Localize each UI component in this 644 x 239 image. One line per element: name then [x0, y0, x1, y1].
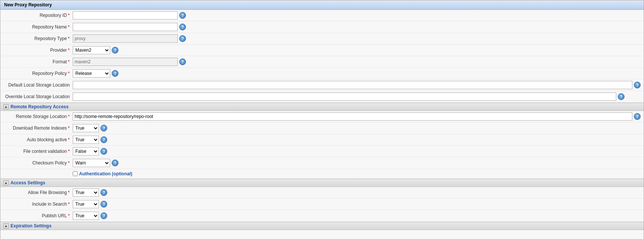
- remote-storage-control: ?: [73, 112, 641, 121]
- remote-section-header: ▲ Remote Repository Access: [0, 103, 644, 111]
- provider-info[interactable]: ?: [112, 47, 118, 54]
- window-title: New Proxy Repository: [0, 0, 644, 10]
- auth-optional-label: Authentication (optional): [79, 171, 132, 176]
- remote-storage-info[interactable]: ?: [634, 113, 641, 120]
- expiration-section-label: Expiration Settings: [10, 223, 51, 229]
- default-storage-info[interactable]: ?: [634, 82, 641, 88]
- auto-blocking-control: True False ?: [73, 136, 641, 144]
- repository-id-info[interactable]: ?: [179, 12, 186, 19]
- main-window: New Proxy Repository Repository ID* ? Re…: [0, 0, 644, 239]
- default-storage-input[interactable]: [73, 81, 632, 89]
- auto-blocking-info[interactable]: ?: [100, 136, 107, 143]
- checksum-policy-info[interactable]: ?: [112, 160, 118, 166]
- file-content-validation-row: File content validation* False True ?: [0, 146, 644, 157]
- remote-storage-input[interactable]: [73, 112, 632, 121]
- repository-name-info[interactable]: ?: [179, 24, 186, 30]
- include-in-search-info[interactable]: ?: [100, 201, 107, 208]
- form-container: Repository ID* ? Repository Name* ? Repo…: [0, 10, 644, 239]
- include-in-search-label: Include in Search*: [3, 202, 73, 207]
- repository-name-input[interactable]: [73, 23, 178, 31]
- file-content-validation-control: False True ?: [73, 147, 641, 155]
- allow-file-browsing-label: Allow File Browsing*: [3, 190, 73, 195]
- repository-id-row: Repository ID* ?: [0, 10, 644, 21]
- include-in-search-select[interactable]: True False: [73, 200, 99, 208]
- checksum-policy-row: Checksum Policy* Warn Ignore Strict ?: [0, 157, 644, 169]
- expiration-section-header: ▲ Expiration Settings: [0, 222, 644, 230]
- download-remote-indexes-control: True False ?: [73, 124, 641, 132]
- default-storage-row: Default Local Storage Location ?: [0, 79, 644, 91]
- remote-storage-label: Remote Storage Location*: [3, 114, 73, 119]
- override-storage-row: Override Local Storage Location ?: [0, 91, 644, 103]
- remote-section-collapse[interactable]: ▲: [3, 104, 9, 109]
- expiration-section-content: [0, 230, 644, 239]
- auto-blocking-label: Auto blocking active*: [3, 137, 73, 142]
- checksum-policy-select[interactable]: Warn Ignore Strict: [73, 159, 110, 167]
- publish-url-info[interactable]: ?: [100, 212, 107, 219]
- format-input: [73, 58, 178, 66]
- allow-file-browsing-select[interactable]: True False: [73, 188, 99, 197]
- repository-id-control: ?: [73, 11, 641, 19]
- repository-policy-row: Repository Policy* Release Snapshot Mixe…: [0, 68, 644, 79]
- download-remote-indexes-info[interactable]: ?: [100, 125, 107, 131]
- override-storage-label: Override Local Storage Location: [3, 94, 73, 99]
- allow-file-browsing-control: True False ?: [73, 188, 641, 197]
- repository-policy-select[interactable]: Release Snapshot Mixed: [73, 69, 110, 78]
- repository-id-label: Repository ID*: [3, 13, 73, 18]
- include-in-search-control: True False ?: [73, 200, 641, 208]
- auth-optional-row: Authentication (optional): [0, 169, 644, 179]
- publish-url-label: Publish URL*: [3, 213, 73, 218]
- repository-policy-info[interactable]: ?: [112, 70, 118, 77]
- access-section-label: Access Settings: [10, 180, 45, 185]
- provider-label: Provider*: [3, 48, 73, 53]
- format-control: ?: [73, 58, 641, 66]
- repository-type-control: ?: [73, 34, 641, 43]
- checksum-policy-label: Checksum Policy*: [3, 160, 73, 166]
- provider-select[interactable]: Maven2: [73, 46, 110, 54]
- remote-storage-row: Remote Storage Location* ?: [0, 111, 644, 122]
- download-remote-indexes-select[interactable]: True False: [73, 124, 99, 132]
- repository-id-input[interactable]: [73, 11, 178, 19]
- access-section-header: ▲ Access Settings: [0, 179, 644, 187]
- file-content-validation-select[interactable]: False True: [73, 147, 99, 155]
- checksum-policy-control: Warn Ignore Strict ?: [73, 159, 641, 167]
- repository-policy-label: Repository Policy*: [3, 71, 73, 76]
- auto-blocking-select[interactable]: True False: [73, 136, 99, 144]
- download-remote-indexes-row: Download Remote Indexes* True False ?: [0, 122, 644, 134]
- publish-url-control: True False ?: [73, 212, 641, 220]
- download-remote-indexes-label: Download Remote Indexes*: [3, 125, 73, 131]
- override-storage-info[interactable]: ?: [618, 93, 625, 100]
- override-storage-control: ?: [73, 93, 641, 101]
- repository-name-row: Repository Name* ?: [0, 21, 644, 33]
- remote-section-label: Remote Repository Access: [10, 104, 69, 109]
- access-section-collapse[interactable]: ▲: [3, 180, 9, 185]
- provider-row: Provider* Maven2 ?: [0, 45, 644, 56]
- file-content-validation-label: File content validation*: [3, 149, 73, 154]
- provider-control: Maven2 ?: [73, 46, 641, 54]
- format-row: Format* ?: [0, 56, 644, 68]
- include-in-search-row: Include in Search* True False ?: [0, 199, 644, 210]
- expiration-section-collapse[interactable]: ▲: [3, 223, 9, 229]
- repository-type-input: [73, 34, 178, 43]
- default-storage-label: Default Local Storage Location: [3, 82, 73, 88]
- repository-name-label: Repository Name*: [3, 24, 73, 30]
- repository-policy-control: Release Snapshot Mixed ?: [73, 69, 641, 78]
- allow-file-browsing-row: Allow File Browsing* True False ?: [0, 187, 644, 199]
- publish-url-row: Publish URL* True False ?: [0, 210, 644, 222]
- auth-optional-checkbox[interactable]: [73, 171, 78, 176]
- default-storage-control: ?: [73, 81, 641, 89]
- auth-optional-control: Authentication (optional): [73, 171, 641, 176]
- allow-file-browsing-info[interactable]: ?: [100, 189, 107, 196]
- repository-type-info[interactable]: ?: [179, 35, 186, 42]
- repository-type-label: Repository Type*: [3, 36, 73, 41]
- repository-name-control: ?: [73, 23, 641, 31]
- format-info[interactable]: ?: [179, 58, 186, 65]
- format-label: Format*: [3, 59, 73, 64]
- auto-blocking-row: Auto blocking active* True False ?: [0, 134, 644, 146]
- override-storage-input[interactable]: [73, 93, 616, 101]
- file-content-validation-info[interactable]: ?: [100, 148, 107, 155]
- publish-url-select[interactable]: True False: [73, 212, 99, 220]
- repository-type-row: Repository Type* ?: [0, 33, 644, 45]
